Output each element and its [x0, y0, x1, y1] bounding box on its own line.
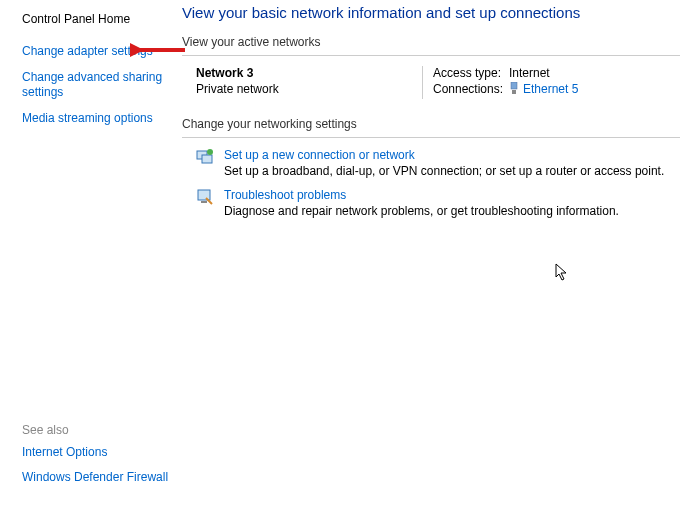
- svg-rect-6: [201, 201, 207, 203]
- sidebar-change-adapter-settings[interactable]: Change adapter settings: [22, 44, 170, 60]
- connections-label: Connections:: [433, 82, 509, 97]
- svg-point-4: [207, 149, 213, 155]
- connection-link[interactable]: Ethernet 5: [523, 82, 578, 96]
- svg-rect-3: [202, 155, 212, 163]
- setting-new-connection-title[interactable]: Set up a new connection or network: [224, 148, 680, 162]
- divider: [182, 55, 680, 56]
- sidebar-media-streaming[interactable]: Media streaming options: [22, 111, 170, 127]
- troubleshoot-icon: [196, 188, 214, 206]
- sidebar: Control Panel Home Change adapter settin…: [0, 0, 182, 508]
- control-panel-home-link[interactable]: Control Panel Home: [22, 12, 170, 26]
- change-settings-header: Change your networking settings: [182, 117, 680, 131]
- svg-rect-5: [198, 190, 210, 200]
- access-type-label: Access type:: [433, 66, 509, 80]
- setting-troubleshoot-title[interactable]: Troubleshoot problems: [224, 188, 680, 202]
- setting-troubleshoot-desc: Diagnose and repair network problems, or…: [224, 204, 680, 218]
- active-networks-header: View your active networks: [182, 35, 680, 49]
- network-name: Network 3: [196, 66, 422, 80]
- main-content: View your basic network information and …: [182, 0, 700, 508]
- setting-new-connection-desc: Set up a broadband, dial-up, or VPN conn…: [224, 164, 680, 178]
- setting-troubleshoot[interactable]: Troubleshoot problems Diagnose and repai…: [182, 188, 680, 218]
- page-title: View your basic network information and …: [182, 4, 680, 21]
- svg-rect-1: [512, 90, 516, 94]
- see-also-internet-options[interactable]: Internet Options: [22, 445, 170, 461]
- setting-new-connection[interactable]: Set up a new connection or network Set u…: [182, 148, 680, 178]
- ethernet-icon: [509, 82, 519, 97]
- access-type-value: Internet: [509, 66, 550, 80]
- new-connection-icon: [196, 148, 214, 166]
- sidebar-change-advanced-sharing[interactable]: Change advanced sharing settings: [22, 70, 170, 101]
- network-type: Private network: [196, 82, 422, 96]
- svg-rect-0: [511, 82, 517, 89]
- active-network-row: Network 3 Private network Access type: I…: [182, 66, 680, 99]
- see-also-header: See also: [22, 423, 170, 437]
- see-also-defender-firewall[interactable]: Windows Defender Firewall: [22, 470, 170, 486]
- divider: [182, 137, 680, 138]
